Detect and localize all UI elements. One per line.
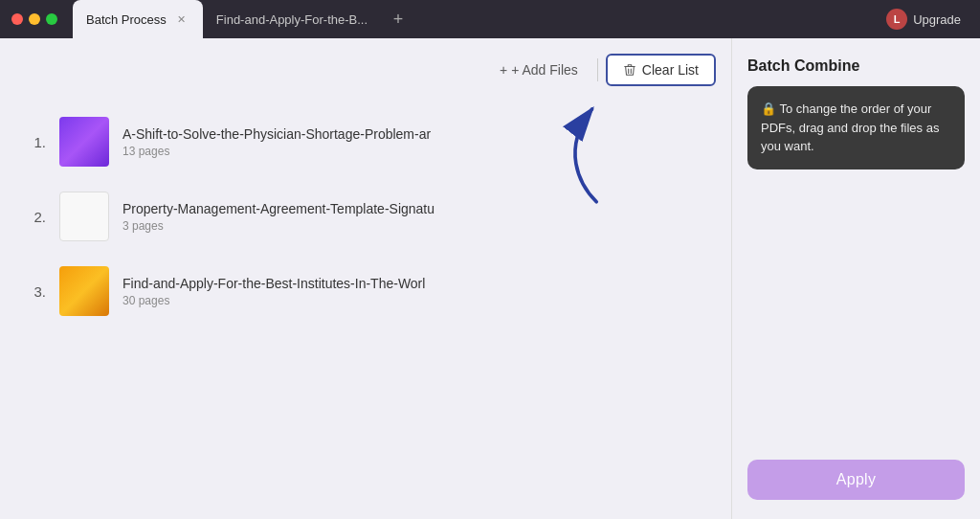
tab-batch-process-label: Batch Process <box>86 12 167 27</box>
tab-find-apply[interactable]: Find-and-Apply-For-the-B... <box>203 0 381 38</box>
titlebar: Batch Process ✕ Find-and-Apply-For-the-B… <box>0 0 980 38</box>
file-thumbnail-1 <box>59 117 109 167</box>
right-panel: Batch Combine 🔒 To change the order of y… <box>731 38 980 519</box>
trash-icon <box>623 63 636 77</box>
file-number-2: 2. <box>27 209 46 225</box>
apply-button[interactable]: Apply <box>747 460 965 500</box>
traffic-lights <box>11 13 57 25</box>
file-pages-1: 13 pages <box>122 145 704 158</box>
minimize-traffic-light[interactable] <box>29 13 40 25</box>
add-tab-button[interactable]: + <box>385 6 412 33</box>
maximize-traffic-light[interactable] <box>46 13 57 25</box>
file-info-3: Find-and-Apply-For-the-Best-Institutes-I… <box>122 276 704 307</box>
left-panel: + + Add Files Clear List <box>0 38 731 519</box>
tab-batch-process[interactable]: Batch Process ✕ <box>73 0 203 38</box>
add-files-button[interactable]: + + Add Files <box>488 56 590 83</box>
close-traffic-light[interactable] <box>11 13 23 25</box>
plus-icon: + <box>500 62 507 78</box>
main-content: + + Add Files Clear List <box>0 38 980 519</box>
upgrade-button[interactable]: L Upgrade <box>879 5 969 34</box>
add-tab-icon: + <box>393 10 404 30</box>
file-info-1: A-Shift-to-Solve-the-Physician-Shortage-… <box>122 126 704 158</box>
toolbar: + + Add Files Clear List <box>0 38 731 96</box>
add-files-label: + Add Files <box>511 62 578 78</box>
hint-emoji: 🔒 <box>761 102 779 116</box>
clear-list-button[interactable]: Clear List <box>606 54 716 86</box>
file-number-1: 1. <box>27 134 46 150</box>
avatar: L <box>886 9 907 30</box>
tab-find-apply-label: Find-and-Apply-For-the-B... <box>216 12 368 27</box>
toolbar-divider <box>597 58 598 81</box>
hint-box: 🔒 To change the order of your PDFs, drag… <box>747 86 965 169</box>
file-thumbnail-3 <box>59 266 109 316</box>
list-item[interactable]: 1. A-Shift-to-Solve-the-Physician-Shorta… <box>19 105 712 178</box>
hint-text: To change the order of your PDFs, drag a… <box>761 102 939 153</box>
file-name-1: A-Shift-to-Solve-the-Physician-Shortage-… <box>122 126 505 142</box>
panel-title: Batch Combine <box>747 57 965 75</box>
list-item[interactable]: 3. Find-and-Apply-For-the-Best-Institute… <box>19 255 712 327</box>
file-name-2: Property-Management-Agreement-Template-S… <box>122 201 505 216</box>
tabs-area: Batch Process ✕ Find-and-Apply-For-the-B… <box>73 0 879 38</box>
upgrade-label: Upgrade <box>913 12 961 27</box>
file-name-3: Find-and-Apply-For-the-Best-Institutes-I… <box>122 276 505 291</box>
file-number-3: 3. <box>27 283 46 300</box>
file-list: 1. A-Shift-to-Solve-the-Physician-Shorta… <box>0 96 731 337</box>
close-icon[interactable]: ✕ <box>174 11 189 27</box>
file-thumbnail-2 <box>59 192 109 241</box>
file-pages-2: 3 pages <box>122 219 704 233</box>
file-pages-3: 30 pages <box>122 294 704 307</box>
apply-label: Apply <box>836 471 877 487</box>
clear-list-label: Clear List <box>642 62 699 78</box>
file-info-2: Property-Management-Agreement-Template-S… <box>122 201 704 233</box>
list-item[interactable]: 2. Property-Management-Agreement-Templat… <box>19 180 712 253</box>
